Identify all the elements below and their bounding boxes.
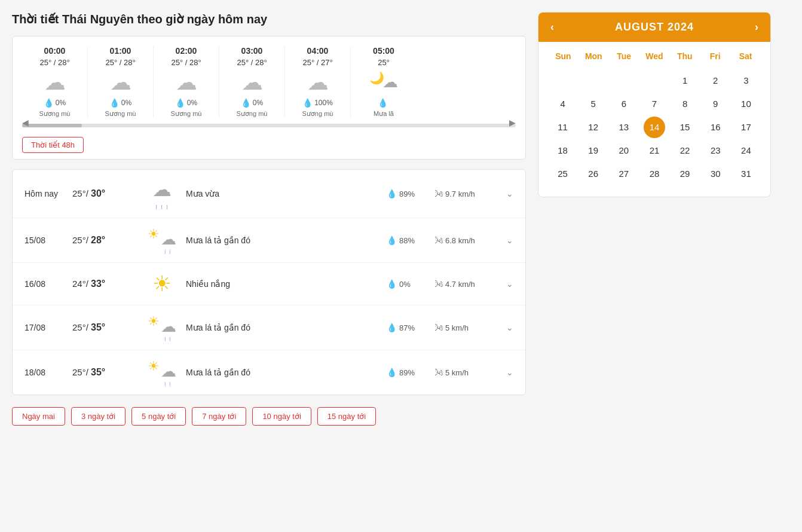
- daily-desc: Mưa lá tả gần đó: [180, 323, 387, 332]
- calendar-day-name: Sun: [548, 48, 578, 65]
- calendar-day[interactable]: 20: [609, 139, 638, 161]
- daily-desc: Mưa vừa: [180, 189, 387, 198]
- nav-buttons: Ngày mai3 ngày tới5 ngày tới7 ngày tới10…: [12, 405, 526, 428]
- daily-temp: 25°/ 30°: [72, 188, 144, 199]
- calendar-day[interactable]: 6: [609, 93, 638, 115]
- hour-time: 04:00: [307, 46, 329, 56]
- page-title: Thời tiết Thái Nguyên theo giờ ngày hôm …: [12, 12, 526, 26]
- forecast-48h-button[interactable]: Thời tiết 48h: [22, 137, 84, 153]
- calendar-day[interactable]: 31: [731, 163, 761, 185]
- hour-time: 05:00: [373, 46, 394, 56]
- daily-expand-chevron[interactable]: ⌄: [506, 236, 513, 245]
- hour-item: 02:00 25° / 28° ☁ 💧 0% Sương mù: [154, 46, 219, 118]
- daily-date: 15/08: [25, 236, 72, 245]
- daily-temp: 24°/ 33°: [72, 279, 144, 289]
- calendar-day-name: Tue: [609, 48, 639, 65]
- calendar-day[interactable]: 25: [548, 163, 577, 185]
- hour-time: 01:00: [110, 46, 131, 56]
- calendar-day[interactable]: 10: [731, 93, 761, 115]
- calendar-day[interactable]: 16: [701, 116, 730, 138]
- calendar-day[interactable]: 12: [578, 116, 608, 138]
- calendar-day[interactable]: 1: [671, 69, 700, 91]
- hour-desc: Sương mù: [171, 110, 202, 118]
- calendar-day[interactable]: 21: [639, 139, 669, 161]
- scrollbar-track[interactable]: ◀ ▶: [22, 124, 516, 127]
- hour-icon: ☁: [176, 72, 197, 93]
- calendar-day[interactable]: 17: [731, 116, 761, 138]
- calendar-day[interactable]: 28: [639, 163, 669, 185]
- calendar-day[interactable]: 23: [701, 139, 730, 161]
- daily-expand-chevron[interactable]: ⌄: [506, 189, 513, 198]
- hour-item: 01:00 25° / 28° ☁ 💧 0% Sương mù: [88, 46, 154, 118]
- daily-temp: 25°/ 35°: [72, 322, 144, 333]
- calendar-day[interactable]: 14: [644, 117, 665, 138]
- calendar-day-name: Fri: [700, 48, 730, 65]
- daily-row: 16/08 24°/ 33° ☀ Nhiều nắng 💧 0% 🌬 4.7 k…: [13, 263, 525, 305]
- hour-icon: ☁: [307, 72, 329, 93]
- daily-expand-chevron[interactable]: ⌄: [506, 368, 513, 377]
- hour-desc: Sương mù: [39, 110, 71, 118]
- daily-date: Hôm nay: [25, 189, 72, 198]
- calendar-day[interactable]: 13: [609, 116, 638, 138]
- calendar-month-year: AUGUST 2024: [615, 21, 694, 33]
- calendar-day-name: Sat: [730, 48, 761, 65]
- daily-wind: 🌬 5 km/h: [434, 323, 506, 332]
- nav-period-button[interactable]: 3 ngày tới: [71, 407, 125, 426]
- hourly-scroll[interactable]: 00:00 25° / 28° ☁ 💧 0% Sương mù 01:00 25…: [13, 46, 525, 118]
- scroll-left-arrow[interactable]: ◀: [22, 118, 29, 127]
- hour-rain: 💧: [378, 98, 390, 108]
- daily-container: Hôm nay 25°/ 30° ☁╷╷╷ Mưa vừa 💧 89% 🌬 9.…: [12, 169, 526, 395]
- hour-desc: Mưa lã: [374, 110, 394, 118]
- hour-rain: 💧 100%: [302, 98, 333, 108]
- hour-temp: 25° / 27°: [302, 58, 332, 67]
- calendar-day[interactable]: 24: [731, 139, 761, 161]
- calendar-next-button[interactable]: ›: [755, 21, 758, 33]
- nav-period-button[interactable]: 7 ngày tới: [192, 407, 246, 426]
- calendar-day[interactable]: 15: [671, 116, 700, 138]
- calendar-day[interactable]: 30: [701, 163, 730, 185]
- calendar-day[interactable]: 22: [671, 139, 700, 161]
- daily-icon: ☁╷╷╷: [144, 178, 180, 209]
- calendar-day: [578, 69, 608, 91]
- calendar-day[interactable]: 11: [548, 116, 577, 138]
- calendar-day[interactable]: 27: [609, 163, 638, 185]
- nav-period-button[interactable]: 5 ngày tới: [131, 407, 186, 426]
- calendar-days-header: SunMonTueWedThuFriSat: [548, 48, 761, 65]
- calendar-prev-button[interactable]: ‹: [550, 21, 554, 33]
- scroll-right-arrow[interactable]: ▶: [509, 118, 516, 127]
- hour-rain: 💧 0%: [241, 98, 263, 108]
- daily-rain: 💧 88%: [387, 236, 434, 245]
- daily-wind: 🌬 4.7 km/h: [434, 279, 506, 289]
- nav-period-button[interactable]: 10 ngày tới: [252, 407, 311, 426]
- calendar-day[interactable]: 19: [578, 139, 608, 161]
- hour-icon: ☁: [44, 72, 66, 93]
- calendar-day[interactable]: 8: [671, 93, 700, 115]
- daily-expand-chevron[interactable]: ⌄: [506, 279, 513, 289]
- calendar-day-name: Thu: [669, 48, 700, 65]
- daily-rain: 💧 89%: [387, 368, 434, 377]
- calendar-card: ‹ AUGUST 2024 › SunMonTueWedThuFriSat 12…: [538, 12, 771, 197]
- daily-wind: 🌬 6.8 km/h: [434, 236, 506, 245]
- calendar-day[interactable]: 26: [578, 163, 608, 185]
- daily-row: 15/08 25°/ 28° ☀☁╷╷ Mưa lá tả gần đó 💧 8…: [13, 218, 525, 263]
- calendar-day[interactable]: 29: [671, 163, 700, 185]
- scrollbar-thumb: [22, 124, 82, 127]
- nav-period-button[interactable]: Ngày mai: [12, 407, 65, 426]
- hour-temp: 25° / 28°: [237, 58, 267, 67]
- calendar-day[interactable]: 2: [701, 69, 730, 91]
- nav-period-button[interactable]: 15 ngày tới: [317, 407, 376, 426]
- calendar-day: [548, 69, 577, 91]
- calendar-day[interactable]: 18: [548, 139, 577, 161]
- daily-icon: ☀☁╷╷: [144, 227, 180, 254]
- calendar-day[interactable]: 9: [701, 93, 730, 115]
- hour-time: 00:00: [44, 46, 66, 56]
- left-panel: Thời tiết Thái Nguyên theo giờ ngày hôm …: [12, 12, 526, 520]
- daily-expand-chevron[interactable]: ⌄: [506, 323, 513, 332]
- calendar-day-name: Wed: [639, 48, 670, 65]
- calendar-day[interactable]: 3: [731, 69, 761, 91]
- calendar-day[interactable]: 5: [578, 93, 608, 115]
- hourly-inner: 00:00 25° / 28° ☁ 💧 0% Sương mù 01:00 25…: [22, 46, 516, 118]
- daily-date: 16/08: [25, 279, 72, 289]
- calendar-day[interactable]: 7: [639, 93, 669, 115]
- calendar-day[interactable]: 4: [548, 93, 577, 115]
